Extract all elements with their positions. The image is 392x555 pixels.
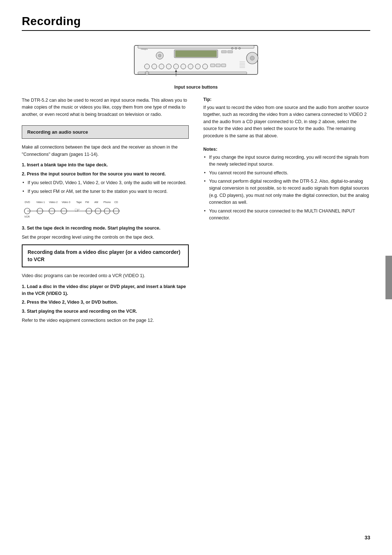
title-divider [22, 30, 370, 31]
notes-bullet-4: You cannot record the source connected t… [203, 208, 370, 222]
device-svg: Integra [127, 42, 265, 82]
device-section: Integra [22, 42, 370, 90]
svg-text:Video 2: Video 2 [49, 201, 58, 203]
svg-rect-10 [221, 50, 226, 53]
svg-point-18 [173, 64, 179, 69]
svg-rect-7 [175, 50, 217, 57]
notes-bullets: If you change the input source during re… [203, 154, 370, 222]
svg-point-27 [145, 71, 149, 75]
notes-bullet-2: You cannot record the surround effects. [203, 170, 370, 177]
svg-text:FM: FM [85, 201, 89, 203]
step1: 1. Insert a blank tape into the tape dec… [22, 162, 189, 169]
step3-heading: 3. Set the tape deck in recording mode. … [22, 225, 189, 232]
svg-point-20 [188, 64, 193, 69]
svg-rect-23 [211, 64, 215, 67]
video-step3-text: Refer to the video equipment connections… [22, 317, 189, 324]
notes-bullet-3: You cannot perform digital recording wit… [203, 178, 370, 206]
svg-text:VCR: VCR [24, 215, 30, 218]
svg-text:Tape: Tape [76, 201, 82, 204]
section-video-heading: Recording data from a video disc player … [22, 244, 189, 267]
svg-point-21 [195, 64, 200, 69]
step2-heading: 2. Press the input source button for the… [22, 171, 189, 178]
svg-text:Integra: Integra [141, 48, 148, 50]
svg-point-9 [158, 54, 161, 57]
svg-rect-11 [228, 50, 233, 53]
svg-point-22 [203, 64, 208, 69]
tip-text: If you want to record the video from one… [203, 104, 370, 139]
tip-label: Tip: [203, 97, 370, 102]
svg-point-19 [181, 64, 186, 69]
audio-intro: Make all connections between the tape de… [22, 144, 189, 158]
right-edge-tab [385, 256, 392, 299]
svg-text:Video 3: Video 3 [62, 201, 70, 203]
svg-text:CD: CD [114, 201, 118, 203]
notes-label: Notes: [203, 147, 370, 152]
page-title: Recording [22, 15, 370, 28]
svg-point-14 [144, 64, 150, 69]
svg-rect-24 [216, 64, 220, 67]
bullet-item: If you select FM or AM, set the tuner to… [22, 188, 189, 195]
intro-text: The DTR-5.2 can also be used to record a… [22, 97, 189, 118]
video-intro: Video disc programs can be recorded onto… [22, 272, 189, 279]
svg-point-15 [152, 64, 157, 69]
svg-text:☞: ☞ [74, 207, 80, 214]
svg-text:AM: AM [94, 201, 98, 203]
svg-point-16 [159, 64, 164, 69]
step2-bullets: If you select DVD, Video 1, Video 2, or … [22, 179, 189, 195]
svg-text:DVD: DVD [25, 201, 30, 203]
selector-image: DVD Video 1 Video 2 Video 3 Tape FM AM P… [22, 199, 189, 220]
two-col-layout: The DTR-5.2 can also be used to record a… [22, 97, 370, 328]
page-number: 33 [364, 535, 370, 540]
svg-text:Video 1: Video 1 [36, 201, 45, 203]
page-container: Recording Integra [0, 0, 392, 555]
section-audio-heading: Recording an audio source [22, 125, 189, 139]
video-step2: 2. Press the Video 2, Video 3, or DVD bu… [22, 299, 189, 306]
video-step3: 3. Start playing the source and recordin… [22, 308, 189, 315]
svg-rect-25 [221, 64, 226, 67]
svg-point-13 [250, 56, 254, 60]
device-caption: Input source buttons [174, 85, 217, 90]
device-image: Integra [127, 42, 265, 82]
svg-text:Phono: Phono [103, 201, 111, 203]
step3-text: Set the proper recording level using the… [22, 234, 189, 241]
col-left: The DTR-5.2 can also be used to record a… [22, 97, 189, 328]
video-step1: 1. Load a disc in the video disc player … [22, 283, 189, 297]
svg-rect-26 [138, 72, 247, 74]
bullet-item: If you select DVD, Video 1, Video 2, or … [22, 179, 189, 186]
col-right: Tip: If you want to record the video fro… [203, 97, 370, 328]
notes-bullet-1: If you change the input source during re… [203, 154, 370, 168]
svg-point-17 [166, 64, 171, 69]
